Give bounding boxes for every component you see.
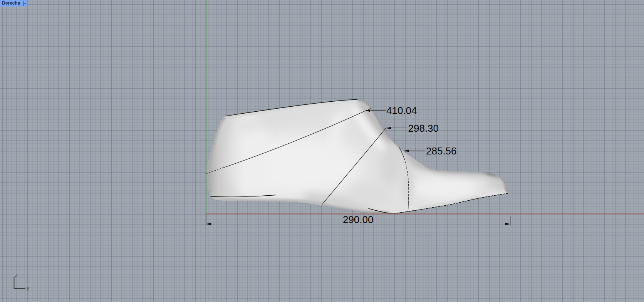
svg-text:298.30: 298.30 (408, 122, 439, 134)
svg-text:z: z (15, 272, 18, 278)
svg-text:290.00: 290.00 (343, 214, 374, 225)
svg-text:285.56: 285.56 (426, 145, 457, 157)
svg-text:410.04: 410.04 (386, 105, 417, 116)
svg-text:y: y (27, 284, 30, 291)
